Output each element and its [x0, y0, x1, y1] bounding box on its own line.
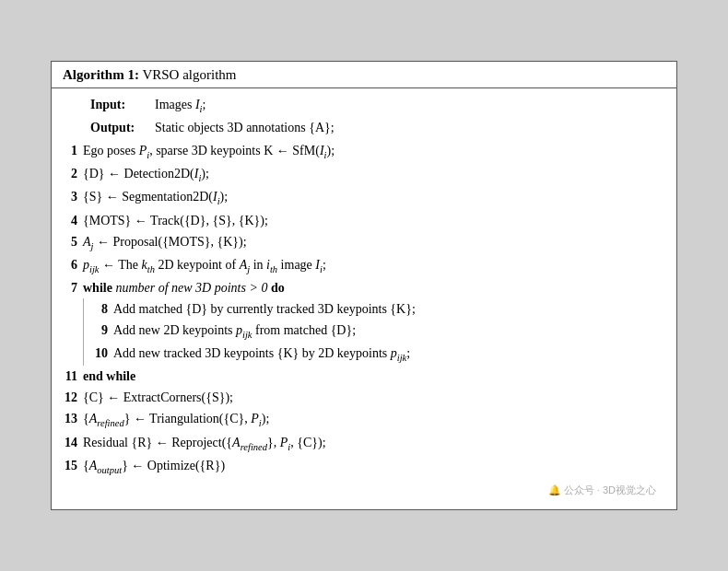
- step-15: 15 {Aoutput} ← Optimize({R}): [63, 455, 665, 478]
- step-content-10: Add new tracked 3D keypoints {K} by 2D k…: [113, 343, 665, 366]
- step-1: 1 Ego poses Pi, sparse 3D keypoints K ← …: [63, 140, 665, 163]
- step-content-4: {MOTS} ← Track({D}, {S}, {K});: [83, 210, 665, 231]
- step-content-9: Add new 2D keypoints pijk from matched {…: [113, 320, 665, 343]
- step-4: 4 {MOTS} ← Track({D}, {S}, {K});: [63, 210, 665, 231]
- step-content-13: {Arefined} ← Triangulation({C}, Pi);: [83, 408, 665, 431]
- step-8: 8 Add matched {D} by currently tracked 3…: [93, 298, 665, 320]
- step-num-6: 6: [63, 254, 83, 275]
- step-num-1: 1: [63, 140, 83, 161]
- step-num-7: 7: [63, 277, 83, 298]
- step-num-4: 4: [63, 210, 83, 231]
- steps-section: 1 Ego poses Pi, sparse 3D keypoints K ← …: [63, 140, 665, 478]
- step-11: 11 end while: [63, 366, 665, 387]
- step-content-14: Residual {R} ← Reproject({Arefined}, Pi,…: [83, 432, 665, 455]
- algo-title: VRSO algorithm: [142, 67, 236, 82]
- while-body: 8 Add matched {D} by currently tracked 3…: [63, 298, 665, 366]
- while-indent: 8 Add matched {D} by currently tracked 3…: [83, 298, 665, 366]
- input-label: Input:: [90, 94, 155, 115]
- step-num-10: 10: [93, 343, 113, 364]
- step-2: 2 {D} ← Detection2D(Ii);: [63, 163, 665, 186]
- step-content-6: pijk ← The kth 2D keypoint of Aj in ith …: [83, 254, 665, 277]
- output-row: Output: Static objects 3D annotations {A…: [90, 117, 665, 138]
- step-num-15: 15: [63, 455, 83, 476]
- step-12: 12 {C} ← ExtractCorners({S});: [63, 387, 665, 408]
- output-content: Static objects 3D annotations {A};: [155, 117, 335, 138]
- step-content-2: {D} ← Detection2D(Ii);: [83, 163, 665, 186]
- algorithm-header: Algorithm 1: VRSO algorithm: [52, 62, 676, 88]
- step-num-14: 14: [63, 432, 83, 453]
- step-num-9: 9: [93, 320, 113, 341]
- step-7: 7 while number of new 3D points > 0 do: [63, 277, 665, 298]
- step-13: 13 {Arefined} ← Triangulation({C}, Pi);: [63, 408, 665, 431]
- step-num-11: 11: [63, 366, 83, 387]
- algorithm-box: Algorithm 1: VRSO algorithm Input: Image…: [51, 61, 677, 510]
- step-content-15: {Aoutput} ← Optimize({R}): [83, 455, 665, 478]
- algo-label: Algorithm 1:: [63, 67, 139, 82]
- step-num-8: 8: [93, 298, 113, 320]
- step-10: 10 Add new tracked 3D keypoints {K} by 2…: [93, 343, 665, 366]
- step-content-3: {S} ← Segmentation2D(Ii);: [83, 186, 665, 209]
- input-content: Images Ii;: [155, 94, 205, 117]
- step-3: 3 {S} ← Segmentation2D(Ii);: [63, 186, 665, 209]
- step-num-5: 5: [63, 231, 83, 252]
- step-num-3: 3: [63, 186, 83, 207]
- input-row: Input: Images Ii;: [90, 94, 665, 117]
- io-section: Input: Images Ii; Output: Static objects…: [63, 94, 665, 138]
- step-5: 5 Aj ← Proposal({MOTS}, {K});: [63, 231, 665, 254]
- step-num-2: 2: [63, 163, 83, 184]
- step-content-1: Ego poses Pi, sparse 3D keypoints K ← Sf…: [83, 140, 665, 163]
- step-14: 14 Residual {R} ← Reproject({Arefined}, …: [63, 432, 665, 455]
- step-num-12: 12: [63, 387, 83, 408]
- step-content-5: Aj ← Proposal({MOTS}, {K});: [83, 231, 665, 254]
- watermark: 🔔 公众号 · 3D视觉之心: [63, 478, 665, 500]
- step-content-8: Add matched {D} by currently tracked 3D …: [113, 298, 665, 320]
- step-9: 9 Add new 2D keypoints pijk from matched…: [93, 320, 665, 343]
- algo-body: Input: Images Ii; Output: Static objects…: [52, 88, 676, 509]
- step-6: 6 pijk ← The kth 2D keypoint of Aj in it…: [63, 254, 665, 277]
- step-content-12: {C} ← ExtractCorners({S});: [83, 387, 665, 408]
- step-num-13: 13: [63, 408, 83, 429]
- step-content-11: end while: [83, 366, 665, 387]
- step-content-7: while number of new 3D points > 0 do: [83, 277, 665, 298]
- output-label: Output:: [90, 117, 155, 138]
